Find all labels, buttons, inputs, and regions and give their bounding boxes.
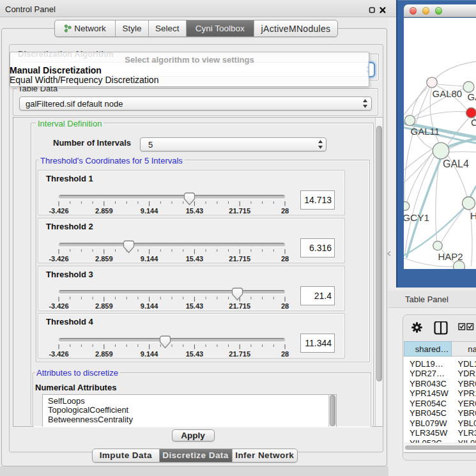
svg-text:C: C (471, 117, 476, 128)
svg-text:GCY1: GCY1 (404, 212, 429, 223)
svg-text:GAL11: GAL11 (410, 126, 440, 137)
svg-text:GAL4: GAL4 (443, 158, 469, 169)
svg-text:GAL80: GAL80 (432, 88, 462, 99)
svg-text:HAP2: HAP2 (438, 251, 463, 262)
svg-text:GA: GA (467, 91, 476, 102)
svg-text:HA: HA (470, 210, 476, 221)
